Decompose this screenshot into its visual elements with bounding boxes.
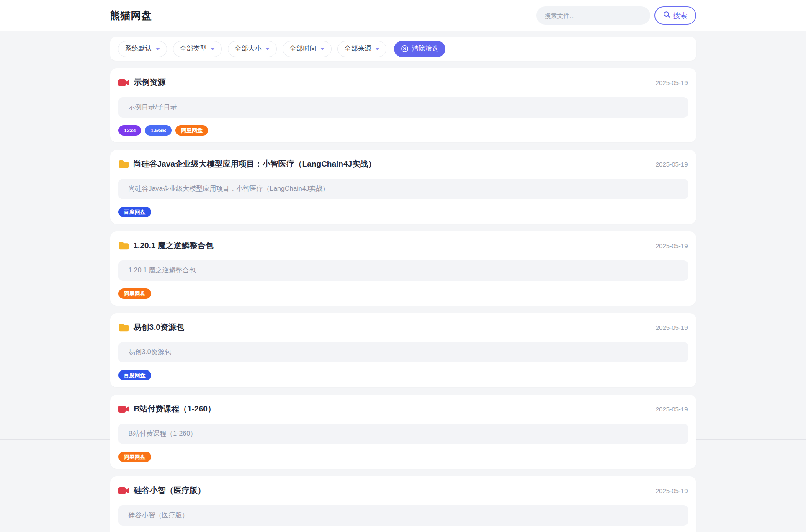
search-button[interactable]: 搜索 <box>654 6 696 25</box>
result-card-header: 1.20.1 魔之逆鳞整合包 2025-05-19 <box>118 240 688 251</box>
top-header: 熊猫网盘 搜索 <box>0 0 806 31</box>
result-description: 尚硅谷Java企业级大模型应用项目：小智医疗（LangChain4J实战） <box>118 179 688 199</box>
tag-badge: 1.5GB <box>145 125 172 136</box>
folder-icon <box>118 160 129 168</box>
video-icon <box>118 405 129 413</box>
result-description: 易创3.0资源包 <box>118 342 688 362</box>
result-title: 示例资源 <box>134 77 166 88</box>
tag-badge: 百度网盘 <box>118 370 151 380</box>
filter-bar: 系统默认 全部类型 全部大小 全部时间 全部来源 清除筛选 <box>110 37 696 61</box>
filter-dropdown-sort[interactable]: 系统默认 <box>118 41 167 57</box>
result-card[interactable]: 1.20.1 魔之逆鳞整合包 2025-05-19 1.20.1 魔之逆鳞整合包… <box>110 231 696 306</box>
chevron-down-icon <box>265 48 270 50</box>
result-tags: 阿里网盘 <box>118 288 688 299</box>
result-list: 示例资源 2025-05-19 示例目录/子目录 12341.5GB阿里网盘 尚… <box>110 68 696 532</box>
result-date: 2025-05-19 <box>656 324 688 331</box>
result-tags: 12341.5GB阿里网盘 <box>118 125 688 136</box>
result-date: 2025-05-19 <box>656 79 688 86</box>
folder-icon <box>118 242 129 250</box>
search-area: 搜索 <box>536 6 696 25</box>
result-card[interactable]: 易创3.0资源包 2025-05-19 易创3.0资源包 百度网盘 <box>110 313 696 387</box>
result-title: 硅谷小智（医疗版） <box>134 485 206 496</box>
video-icon <box>118 487 129 495</box>
filter-label: 全部大小 <box>235 44 262 53</box>
result-description: 示例目录/子目录 <box>118 97 688 118</box>
search-button-label: 搜索 <box>673 11 688 21</box>
result-date: 2025-05-19 <box>656 242 688 249</box>
result-card-header: 易创3.0资源包 2025-05-19 <box>118 322 688 333</box>
result-card-header: B站付费课程（1-260） 2025-05-19 <box>118 403 688 414</box>
result-description: B站付费课程（1-260） <box>118 424 688 444</box>
clear-filters-label: 清除筛选 <box>412 44 439 53</box>
chevron-down-icon <box>211 48 215 50</box>
clear-filters-button[interactable]: 清除筛选 <box>394 41 445 57</box>
result-tags: 百度网盘 <box>118 370 688 380</box>
result-card-header: 尚硅谷Java企业级大模型应用项目：小智医疗（LangChain4J实战） 20… <box>118 159 688 170</box>
tag-badge: 1234 <box>118 125 142 136</box>
search-input[interactable] <box>536 6 650 25</box>
result-card[interactable]: 示例资源 2025-05-19 示例目录/子目录 12341.5GB阿里网盘 <box>110 68 696 142</box>
result-date: 2025-05-19 <box>656 487 688 494</box>
video-icon <box>118 79 129 87</box>
circle-x-icon <box>401 45 409 53</box>
result-date: 2025-05-19 <box>656 406 688 413</box>
result-title: B站付费课程（1-260） <box>134 403 216 414</box>
folder-icon <box>118 323 129 332</box>
result-title: 尚硅谷Java企业级大模型应用项目：小智医疗（LangChain4J实战） <box>134 159 376 170</box>
chevron-down-icon <box>156 48 160 50</box>
result-description: 硅谷小智（医疗版） <box>118 505 688 526</box>
filter-dropdown-source[interactable]: 全部来源 <box>337 41 386 57</box>
filter-label: 全部来源 <box>345 44 371 53</box>
result-tags: 百度网盘 <box>118 207 688 217</box>
result-card[interactable]: 硅谷小智（医疗版） 2025-05-19 硅谷小智（医疗版） 迅雷网盘 <box>110 476 696 532</box>
result-card[interactable]: B站付费课程（1-260） 2025-05-19 B站付费课程（1-260） 阿… <box>110 395 696 469</box>
filter-label: 全部时间 <box>290 44 317 53</box>
tag-badge: 阿里网盘 <box>118 288 151 299</box>
result-card-header: 硅谷小智（医疗版） 2025-05-19 <box>118 485 688 496</box>
tag-badge: 百度网盘 <box>118 207 151 217</box>
result-title: 1.20.1 魔之逆鳞整合包 <box>134 240 214 251</box>
filter-label: 系统默认 <box>125 44 152 53</box>
chevron-down-icon <box>320 48 324 50</box>
result-date: 2025-05-19 <box>656 161 688 168</box>
filter-dropdown-type[interactable]: 全部类型 <box>173 41 222 57</box>
result-description: 1.20.1 魔之逆鳞整合包 <box>118 260 688 281</box>
chevron-down-icon <box>375 48 379 50</box>
filter-label: 全部类型 <box>180 44 207 53</box>
app-logo: 熊猫网盘 <box>110 9 152 22</box>
result-title: 易创3.0资源包 <box>134 322 184 333</box>
result-card-header: 示例资源 2025-05-19 <box>118 77 688 88</box>
tag-badge: 阿里网盘 <box>175 125 208 136</box>
result-card[interactable]: 尚硅谷Java企业级大模型应用项目：小智医疗（LangChain4J实战） 20… <box>110 150 696 224</box>
main-content: 系统默认 全部类型 全部大小 全部时间 全部来源 清除筛选 <box>110 37 696 532</box>
result-tags: 阿里网盘 <box>118 452 688 462</box>
filter-dropdown-size[interactable]: 全部大小 <box>228 41 277 57</box>
tag-badge: 阿里网盘 <box>118 452 151 462</box>
search-icon <box>663 11 671 21</box>
filter-dropdown-time[interactable]: 全部时间 <box>283 41 332 57</box>
